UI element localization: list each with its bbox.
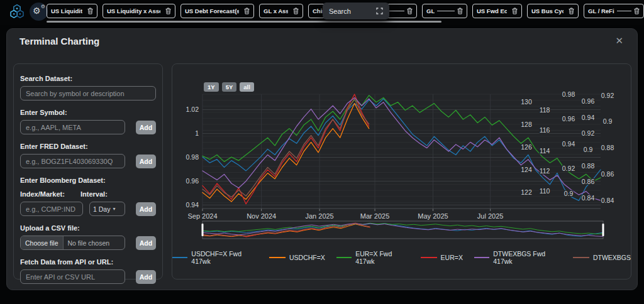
add-csv-button[interactable]: Add: [136, 236, 156, 250]
y-axis-tick-label: 114: [540, 147, 550, 155]
series-line-eur-x[interactable]: [203, 94, 369, 204]
y-axis-tick-label: 0.94: [186, 201, 199, 209]
tab-label: US Debt Forecast(s): [185, 8, 239, 14]
add-bloomberg-button[interactable]: Add: [136, 202, 156, 216]
y-axis-tick-label: 1: [195, 129, 199, 137]
tab-gl-x-assets[interactable]: GL x Assets: [259, 4, 303, 18]
tab-gl-refi[interactable]: GL / ReFi: [584, 4, 644, 18]
legend-label: DTWEXBGS: [593, 254, 631, 261]
legend-label: EUR=X Fwd 417wk: [355, 250, 409, 265]
range-button-1y[interactable]: 1Y: [204, 82, 219, 92]
y-axis-tick-label: 0.9: [564, 190, 574, 197]
legend-label: USDCHF=X Fwd 417wk: [191, 250, 258, 265]
interval-label: Interval:: [80, 190, 108, 198]
price-chart[interactable]: Sep 2024Nov 2024Jan 2025Mar 2025May 2025…: [172, 64, 631, 279]
trash-icon[interactable]: [407, 8, 413, 14]
interval-value: 1 Day: [93, 205, 110, 213]
y-axis-tick-label: 0.92: [601, 92, 614, 99]
trash-icon[interactable]: [457, 8, 463, 14]
trash-icon[interactable]: [244, 8, 250, 14]
tab-label: GL x Assets: [264, 8, 288, 14]
y-axis-tick-label: 0.98: [186, 153, 199, 161]
app-logo-icon[interactable]: [8, 3, 26, 21]
navigator-left-handle[interactable]: [202, 224, 204, 236]
trash-icon[interactable]: [87, 8, 93, 14]
range-button-group: 1Y5Yall: [204, 82, 254, 92]
interval-select[interactable]: 1 Day ▾: [89, 202, 125, 216]
legend-item-usdchf-x-fwd-417wk[interactable]: USDCHF=X Fwd 417wk: [172, 250, 258, 265]
dataset-form-panel: Search Dataset: Enter Symbol: Add Enter …: [13, 63, 163, 280]
fred-input[interactable]: [20, 154, 125, 168]
fred-label: Enter FRED Dataset:: [20, 143, 156, 150]
legend-label: EUR=X: [441, 254, 463, 261]
legend-swatch: [421, 257, 437, 258]
terminal-charting-modal: Terminal Charting ✕ Search Dataset: Ente…: [6, 28, 638, 290]
legend-swatch: [336, 257, 352, 258]
tab-us-debt-forecast-s-[interactable]: US Debt Forecast(s): [180, 4, 254, 18]
x-axis-tick-label: Sep 2024: [187, 212, 217, 220]
legend-item-dtwexbgs-fwd-417wk[interactable]: DTWEXBGS Fwd 417wk: [474, 250, 562, 265]
x-axis-tick-label: Nov 2024: [247, 212, 276, 220]
legend-label: DTWEXBGS Fwd 417wk: [493, 250, 562, 265]
navigator-track[interactable]: [203, 221, 603, 239]
search-dataset-label: Search Dataset:: [20, 75, 156, 82]
search-label: Search: [329, 8, 376, 15]
legend-item-usdchf-x[interactable]: USDCHF=X: [269, 254, 325, 261]
tab-gl[interactable]: GL: [422, 4, 467, 18]
choose-file-button[interactable]: Choose file: [21, 236, 64, 249]
trash-icon[interactable]: [293, 8, 299, 14]
settings-gear-button[interactable]: ⚙ ⚙: [30, 3, 48, 21]
modal-title: Terminal Charting: [19, 36, 99, 46]
x-axis-tick-label: Mar 2025: [360, 212, 389, 220]
csv-file-input[interactable]: Choose file No file chosen: [20, 236, 125, 250]
legend-item-eur-x[interactable]: EUR=X: [421, 254, 463, 261]
tab-label: US Fwd Eco: [477, 8, 507, 14]
legend-swatch: [474, 257, 489, 258]
expand-icon[interactable]: [376, 8, 383, 14]
range-button-5y[interactable]: 5Y: [222, 82, 237, 92]
tab-us-liquidity[interactable]: US Liquidity: [47, 4, 97, 18]
x-axis-tick-label: May 2025: [418, 212, 448, 220]
api-url-input[interactable]: [20, 269, 125, 284]
bloomberg-label: Enter Bloomberg Dataset:: [20, 176, 156, 184]
x-axis-tick-label: Jul 2025: [477, 212, 504, 220]
symbol-input[interactable]: [20, 120, 125, 134]
y-axis-tick-label: 126: [521, 143, 532, 151]
legend-swatch: [172, 257, 187, 258]
y-axis-tick-label: 0.9: [584, 146, 593, 153]
y-axis-tick-label: 0.86: [601, 170, 614, 178]
navigator-right-handle[interactable]: [602, 224, 604, 236]
tab-us-fwd-eco[interactable]: US Fwd Eco: [472, 4, 522, 18]
search-popup[interactable]: Search: [323, 3, 389, 19]
trash-icon[interactable]: [512, 8, 518, 14]
tab-us-bus-cyc[interactable]: US Bus Cyc: [527, 4, 579, 18]
chart-legend: USDCHF=X Fwd 417wkUSDCHF=XEUR=X Fwd 417w…: [172, 250, 631, 265]
chevron-down-icon: ▾: [113, 206, 115, 212]
y-axis-tick-label: 0.88: [601, 144, 614, 151]
y-axis-tick-label: 0.92: [582, 129, 595, 137]
add-api-button[interactable]: Add: [136, 270, 156, 284]
add-symbol-button[interactable]: Add: [136, 121, 156, 134]
tab-dash: [617, 11, 631, 11]
y-axis-tick-label: 122: [521, 188, 532, 196]
y-axis-tick-label: 118: [540, 106, 550, 114]
search-dataset-input[interactable]: [20, 86, 156, 100]
y-axis-tick-label: 128: [521, 121, 532, 128]
tab-label: US Liquidity: [51, 8, 82, 14]
range-button-all[interactable]: all: [240, 82, 254, 92]
close-icon[interactable]: ✕: [615, 35, 623, 46]
trash-icon[interactable]: [634, 8, 640, 14]
trash-icon[interactable]: [569, 8, 574, 14]
tab-strip-scrollbar[interactable]: [47, 21, 441, 23]
legend-item-eur-x-fwd-417wk[interactable]: EUR=X Fwd 417wk: [336, 250, 409, 265]
tab-us-liquidity-x-assets[interactable]: US Liquidity x Assets: [103, 4, 175, 18]
y-axis-tick-label: 116: [540, 126, 550, 134]
y-axis-tick-label: 0.9: [603, 117, 613, 125]
symbol-label: Enter Symbol:: [20, 109, 156, 116]
bloomberg-index-input[interactable]: [20, 202, 83, 216]
legend-item-dtwexbgs[interactable]: DTWEXBGS: [573, 254, 631, 261]
y-axis-tick-label: 110: [540, 187, 550, 195]
gear-small-icon: ⚙: [41, 4, 45, 9]
add-fred-button[interactable]: Add: [136, 155, 156, 168]
trash-icon[interactable]: [165, 8, 171, 14]
